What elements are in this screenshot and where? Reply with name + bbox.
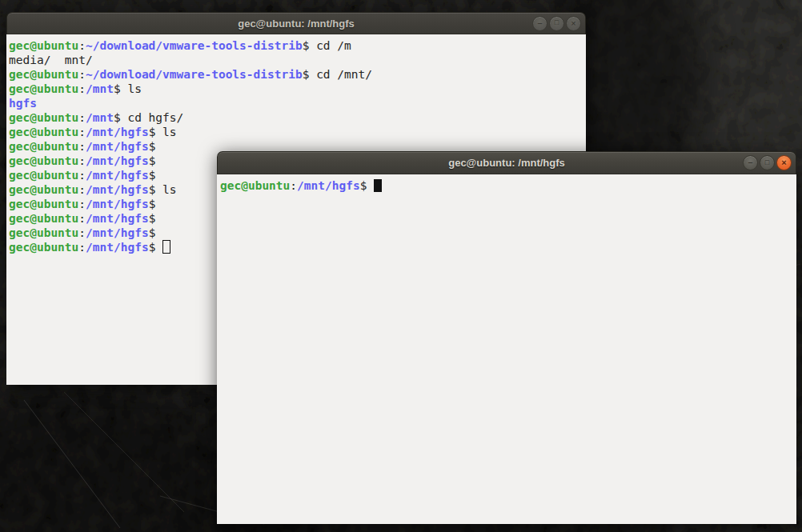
terminal-line: gec@ubuntu:~/download/vmware-tools-distr… bbox=[9, 38, 583, 53]
terminal-line: media/ mnt/ bbox=[9, 53, 583, 67]
minimize-icon[interactable]: − bbox=[743, 155, 758, 170]
window-title: gec@ubuntu: /mnt/hgfs bbox=[218, 152, 796, 174]
maximize-icon[interactable]: □ bbox=[549, 16, 564, 31]
window-controls: − □ × bbox=[532, 13, 581, 34]
terminal-window-front: gec@ubuntu: /mnt/hgfs − □ × gec@ubuntu:/… bbox=[217, 151, 796, 524]
window-title: gec@ubuntu: /mnt/hgfs bbox=[7, 13, 585, 34]
titlebar[interactable]: gec@ubuntu: /mnt/hgfs − □ × bbox=[6, 12, 586, 34]
terminal-cursor bbox=[162, 240, 170, 254]
terminal-line: gec@ubuntu:/mnt/hgfs$ bbox=[220, 178, 794, 193]
maximize-icon[interactable]: □ bbox=[760, 155, 775, 170]
terminal-line: gec@ubuntu:/mnt/hgfs$ ls bbox=[9, 125, 583, 139]
terminal-line: hgfs bbox=[9, 96, 583, 110]
close-icon[interactable]: × bbox=[776, 155, 792, 170]
terminal-line: gec@ubuntu:~/download/vmware-tools-distr… bbox=[9, 67, 583, 82]
window-controls: − □ × bbox=[743, 152, 792, 174]
terminal-cursor bbox=[374, 179, 382, 192]
terminal-output[interactable]: gec@ubuntu:/mnt/hgfs$ bbox=[217, 174, 796, 524]
terminal-line: gec@ubuntu:/mnt$ cd hgfs/ bbox=[9, 110, 583, 125]
minimize-icon[interactable]: − bbox=[532, 16, 547, 31]
titlebar[interactable]: gec@ubuntu: /mnt/hgfs − □ × bbox=[217, 151, 796, 174]
terminal-line: gec@ubuntu:/mnt$ ls bbox=[9, 82, 583, 96]
close-icon[interactable]: × bbox=[566, 16, 581, 31]
